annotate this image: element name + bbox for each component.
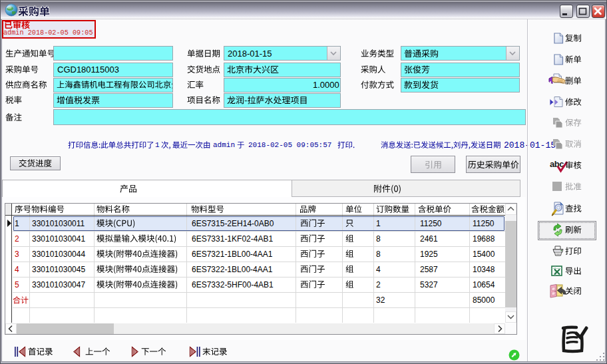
svg-text:abc: abc xyxy=(550,159,564,169)
